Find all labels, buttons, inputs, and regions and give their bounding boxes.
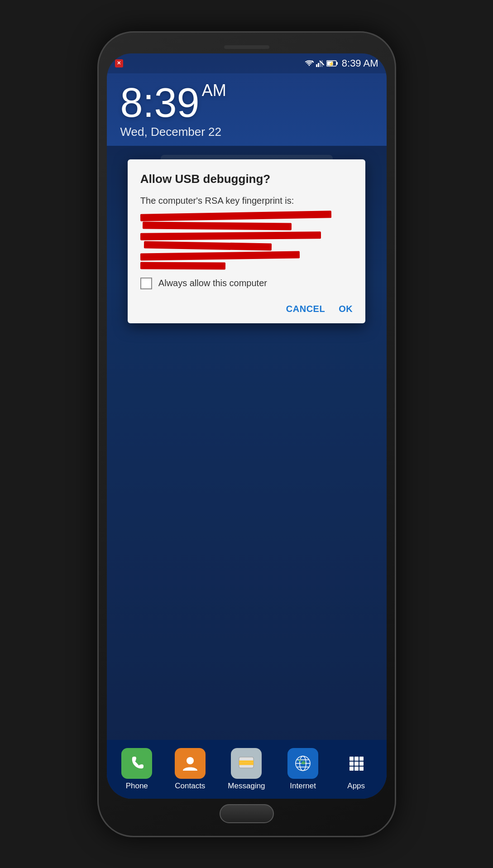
android-screen: ✕ (107, 53, 387, 799)
apps-app-icon (341, 748, 372, 779)
redacted-line-6 (140, 262, 225, 269)
clock-area: 8:39AM Wed, December 22 (107, 73, 387, 146)
usb-debug-dialog: Allow USB debugging? The computer's RSA … (128, 159, 365, 323)
svg-rect-23 (359, 757, 364, 761)
apps-label: Apps (347, 782, 365, 791)
speaker-grill (224, 45, 269, 49)
redacted-line-5 (140, 251, 300, 260)
redacted-line-4 (144, 241, 272, 250)
date-text: Wed, December 22 (120, 125, 373, 139)
messaging-label: Messaging (228, 782, 265, 791)
home-button[interactable] (220, 804, 274, 823)
contacts-app-icon (175, 748, 206, 779)
contacts-label: Contacts (175, 782, 205, 791)
svg-text:⚡: ⚡ (328, 61, 335, 67)
svg-rect-28 (354, 767, 359, 771)
dialog-overlay: Allow USB debugging? The computer's RSA … (107, 146, 387, 740)
messaging-app-icon (231, 748, 262, 779)
phone-svg (128, 754, 146, 772)
always-allow-checkbox[interactable] (140, 278, 152, 289)
svg-rect-22 (354, 757, 359, 761)
svg-rect-27 (349, 767, 354, 771)
dock-item-phone[interactable]: Phone (121, 748, 152, 791)
dock-item-messaging[interactable]: Messaging (228, 748, 265, 791)
redacted-line-3 (140, 231, 321, 240)
main-content: Allow USB debugging? The computer's RSA … (107, 146, 387, 740)
dialog-buttons: CANCEL OK (140, 300, 353, 314)
svg-rect-29 (359, 767, 364, 771)
status-bar: ✕ (107, 53, 387, 73)
dock-bar: Phone Contacts (107, 740, 387, 799)
dock-item-apps[interactable]: Apps (341, 748, 372, 791)
wifi-icon (305, 60, 314, 67)
apps-svg (347, 754, 365, 772)
big-clock: 8:39AM (120, 82, 373, 123)
always-allow-row[interactable]: Always allow this computer (140, 278, 353, 289)
notification-icon: ✕ (115, 59, 123, 67)
clock-ampm: AM (202, 81, 226, 100)
svg-rect-21 (349, 757, 354, 761)
messaging-svg (237, 754, 255, 772)
always-allow-label: Always allow this computer (158, 278, 267, 288)
status-icons: ⚡ (305, 60, 338, 67)
svg-point-10 (187, 757, 194, 764)
svg-line-0 (312, 61, 314, 62)
phone-screen: ✕ (107, 53, 387, 799)
ok-button[interactable]: OK (339, 304, 353, 314)
dock-item-contacts[interactable]: Contacts (175, 748, 206, 791)
internet-app-icon (287, 748, 318, 779)
status-right: ⚡ 8:39 AM (305, 58, 378, 69)
redacted-line-2 (143, 221, 292, 230)
svg-rect-24 (349, 762, 354, 766)
battery-icon: ⚡ (326, 60, 338, 67)
fingerprint-redacted (140, 212, 353, 269)
phone-device: ✕ (97, 31, 396, 837)
contacts-svg (181, 754, 199, 772)
svg-rect-1 (316, 64, 317, 67)
svg-rect-2 (318, 63, 319, 67)
phone-app-icon (121, 748, 152, 779)
dialog-body: The computer's RSA key fingerprint is: (140, 194, 353, 207)
phone-label: Phone (126, 782, 148, 791)
internet-svg (294, 754, 312, 772)
clock-digits: 8:39 (120, 80, 200, 125)
signal-icon (316, 60, 324, 67)
redacted-line-1 (140, 211, 332, 221)
svg-rect-7 (336, 62, 338, 65)
svg-rect-25 (354, 762, 359, 766)
status-time: 8:39 AM (342, 58, 378, 69)
status-left: ✕ (115, 59, 123, 67)
cancel-button[interactable]: CANCEL (286, 304, 325, 314)
dock-item-internet[interactable]: Internet (287, 748, 318, 791)
dialog-title: Allow USB debugging? (140, 172, 353, 186)
svg-rect-26 (359, 762, 364, 766)
internet-label: Internet (290, 782, 316, 791)
